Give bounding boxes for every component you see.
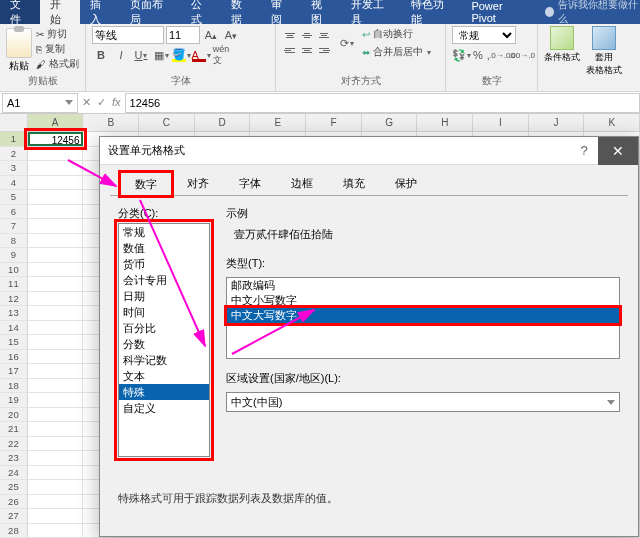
format-as-table-button[interactable]: 套用 表格格式 — [586, 26, 622, 77]
increase-font-button[interactable]: A▴ — [202, 26, 220, 44]
wrap-text-button[interactable]: ↩自动换行 — [362, 27, 431, 41]
col-header[interactable]: B — [83, 114, 139, 131]
font-name-select[interactable] — [92, 26, 164, 44]
tell-me[interactable]: 告诉我你想要做什么 — [545, 0, 640, 26]
tab-home[interactable]: 开始 — [40, 0, 80, 24]
dialog-titlebar[interactable]: 设置单元格格式 ? ✕ — [100, 137, 638, 165]
percent-button[interactable]: % — [472, 46, 484, 64]
cell[interactable] — [28, 277, 84, 291]
tab-insert[interactable]: 插入 — [80, 0, 120, 24]
tab-special[interactable]: 特色功能 — [401, 0, 461, 24]
cell[interactable] — [28, 205, 84, 219]
row-header[interactable]: 13 — [0, 306, 28, 320]
row-header[interactable]: 2 — [0, 147, 28, 161]
cell[interactable] — [28, 524, 84, 538]
help-button[interactable]: ? — [570, 143, 598, 158]
close-button[interactable]: ✕ — [598, 137, 638, 165]
row-header[interactable]: 14 — [0, 321, 28, 335]
italic-button[interactable]: I — [112, 46, 130, 64]
dlg-tab-fill[interactable]: 填充 — [328, 171, 380, 195]
row-header[interactable]: 23 — [0, 451, 28, 465]
row-header[interactable]: 8 — [0, 234, 28, 248]
align-top-button[interactable] — [282, 29, 298, 43]
cell[interactable] — [28, 509, 84, 523]
font-size-select[interactable] — [166, 26, 200, 44]
align-right-button[interactable] — [316, 44, 332, 58]
tab-view[interactable]: 视图 — [301, 0, 341, 24]
col-header[interactable]: F — [306, 114, 362, 131]
cell[interactable] — [28, 263, 84, 277]
align-bottom-button[interactable] — [316, 29, 332, 43]
align-center-button[interactable] — [299, 44, 315, 58]
align-left-button[interactable] — [282, 44, 298, 58]
col-header[interactable]: D — [195, 114, 251, 131]
cell[interactable] — [28, 422, 84, 436]
tab-dev[interactable]: 开发工具 — [341, 0, 401, 24]
cell[interactable] — [28, 335, 84, 349]
category-item[interactable]: 日期 — [119, 288, 209, 304]
row-header[interactable]: 26 — [0, 495, 28, 509]
conditional-format-button[interactable]: 条件格式 — [544, 26, 580, 77]
name-box[interactable]: A1 — [2, 93, 78, 113]
border-button[interactable]: ▦▾ — [152, 46, 170, 64]
row-header[interactable]: 9 — [0, 248, 28, 262]
row-header[interactable]: 19 — [0, 393, 28, 407]
cell[interactable] — [28, 176, 84, 190]
row-header[interactable]: 15 — [0, 335, 28, 349]
category-item[interactable]: 时间 — [119, 304, 209, 320]
cell[interactable] — [28, 248, 84, 262]
dlg-tab-protect[interactable]: 保护 — [380, 171, 432, 195]
dlg-tab-align[interactable]: 对齐 — [172, 171, 224, 195]
row-header[interactable]: 25 — [0, 480, 28, 494]
row-header[interactable]: 17 — [0, 364, 28, 378]
cell[interactable] — [28, 190, 84, 204]
cell[interactable] — [28, 480, 84, 494]
paste-button[interactable]: 粘贴 — [6, 26, 32, 73]
type-item[interactable]: 中文小写数字 — [227, 293, 619, 308]
tab-powerpivot[interactable]: Power Pivot — [461, 0, 535, 24]
row-header[interactable]: 20 — [0, 408, 28, 422]
row-header[interactable]: 28 — [0, 524, 28, 538]
cut-button[interactable]: ✂剪切 — [36, 27, 79, 41]
col-header[interactable]: K — [584, 114, 640, 131]
row-header[interactable]: 27 — [0, 509, 28, 523]
decrease-decimal-button[interactable]: .00→.0 — [513, 46, 531, 64]
dlg-tab-font[interactable]: 字体 — [224, 171, 276, 195]
cell[interactable] — [28, 451, 84, 465]
row-header[interactable]: 10 — [0, 263, 28, 277]
cell[interactable] — [28, 147, 84, 161]
row-header[interactable]: 6 — [0, 205, 28, 219]
orientation-button[interactable]: ⟳▾ — [338, 34, 356, 52]
category-item[interactable]: 自定义 — [119, 400, 209, 416]
col-header[interactable]: H — [417, 114, 473, 131]
number-format-select[interactable]: 常规 — [452, 26, 516, 44]
fill-color-button[interactable]: 🪣▾ — [172, 46, 190, 64]
col-header[interactable]: J — [529, 114, 585, 131]
col-header[interactable]: E — [250, 114, 306, 131]
tab-review[interactable]: 审阅 — [261, 0, 301, 24]
decrease-font-button[interactable]: A▾ — [222, 26, 240, 44]
category-item[interactable]: 货币 — [119, 256, 209, 272]
row-header[interactable]: 22 — [0, 437, 28, 451]
row-header[interactable]: 24 — [0, 466, 28, 480]
underline-button[interactable]: U▾ — [132, 46, 150, 64]
cell[interactable] — [28, 219, 84, 233]
row-header[interactable]: 16 — [0, 350, 28, 364]
cell[interactable] — [28, 234, 84, 248]
row-header[interactable]: 5 — [0, 190, 28, 204]
cell[interactable] — [28, 161, 84, 175]
dlg-tab-number[interactable]: 数字 — [120, 172, 172, 196]
category-item[interactable]: 数值 — [119, 240, 209, 256]
row-header[interactable]: 3 — [0, 161, 28, 175]
cell[interactable]: 12456 — [28, 132, 84, 146]
format-painter-button[interactable]: 🖌格式刷 — [36, 57, 79, 71]
row-header[interactable]: 18 — [0, 379, 28, 393]
category-item[interactable]: 会计专用 — [119, 272, 209, 288]
row-header[interactable]: 1 — [0, 132, 28, 146]
select-all-corner[interactable] — [0, 114, 28, 131]
locale-select[interactable]: 中文(中国) — [226, 392, 620, 412]
cell[interactable] — [28, 437, 84, 451]
fx-button[interactable]: fx — [112, 96, 121, 109]
cell[interactable] — [28, 350, 84, 364]
cell[interactable] — [28, 408, 84, 422]
